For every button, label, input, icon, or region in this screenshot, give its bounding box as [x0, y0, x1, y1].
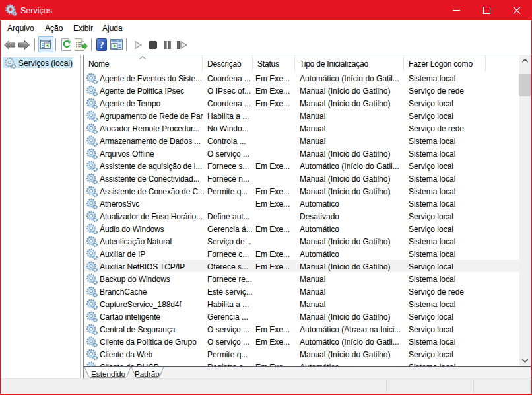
svg-text:?: ? [99, 40, 104, 50]
